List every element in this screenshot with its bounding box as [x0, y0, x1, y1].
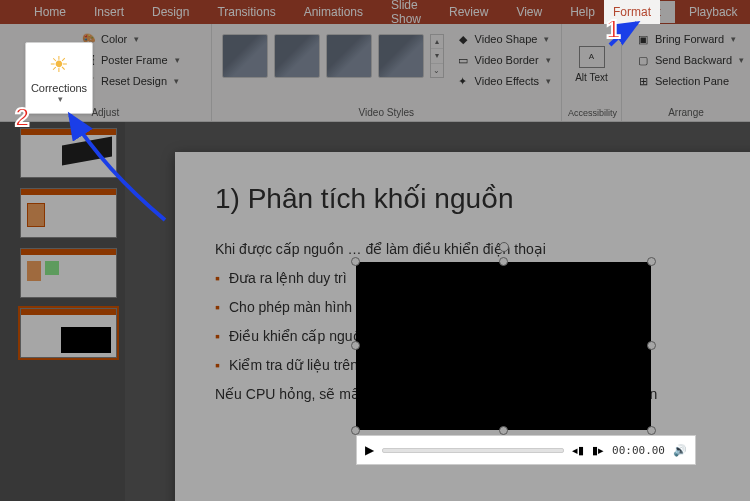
- style-thumb[interactable]: [222, 34, 268, 78]
- ribbon: 🎨Color▾ 🖼Poster Frame▾ ↺Reset Design▾ Ad…: [0, 24, 750, 122]
- chevron-down-icon: ▾: [544, 34, 549, 44]
- chevron-down-icon: ▾: [134, 34, 139, 44]
- tab-home[interactable]: Home: [20, 1, 80, 23]
- bring-forward-button[interactable]: ▣Bring Forward▾: [632, 30, 748, 48]
- group-label-arrange: Arrange: [628, 105, 744, 121]
- chevron-down-icon: ▾: [58, 94, 63, 104]
- tab-design[interactable]: Design: [138, 1, 203, 23]
- thumb[interactable]: [8, 188, 117, 238]
- reset-design-button[interactable]: ↺Reset Design▾: [78, 72, 184, 90]
- annotation-number-1: 1: [606, 14, 620, 45]
- border-icon: ▭: [456, 53, 470, 67]
- volume-button[interactable]: 🔊: [673, 444, 687, 457]
- gallery-more[interactable]: ▴▾⌄: [430, 34, 444, 78]
- chevron-down-icon: ▾: [174, 76, 179, 86]
- send-backward-button[interactable]: ▢Send Backward▾: [632, 51, 748, 69]
- seek-track[interactable]: [382, 448, 564, 453]
- chevron-down-icon: ▾: [739, 55, 744, 65]
- media-player-bar: ▶ ◂▮ ▮▸ 00:00.00 🔊: [356, 435, 696, 465]
- resize-handle[interactable]: [351, 426, 360, 435]
- video-border-button[interactable]: ▭Video Border▾: [452, 51, 555, 69]
- resize-handle[interactable]: [647, 341, 656, 350]
- brightness-icon: ☀: [49, 52, 69, 78]
- thumb[interactable]: [8, 308, 117, 358]
- resize-handle[interactable]: [647, 426, 656, 435]
- tab-transitions[interactable]: Transitions: [203, 1, 289, 23]
- step-back-button[interactable]: ◂▮: [572, 444, 584, 457]
- selection-pane-icon: ⊞: [636, 74, 650, 88]
- step-forward-button[interactable]: ▮▸: [592, 444, 604, 457]
- style-thumb[interactable]: [274, 34, 320, 78]
- alt-text-icon: A: [579, 46, 605, 68]
- resize-handle[interactable]: [499, 426, 508, 435]
- video-shape-button[interactable]: ◆Video Shape▾: [452, 30, 555, 48]
- group-video-styles: ▴▾⌄ ◆Video Shape▾ ▭Video Border▾ ✦Video …: [212, 24, 562, 121]
- poster-frame-button[interactable]: 🖼Poster Frame▾: [78, 51, 184, 69]
- group-arrange: ▣Bring Forward▾ ▢Send Backward▾ ⊞Selecti…: [622, 24, 750, 121]
- video-object-selected[interactable]: [356, 262, 651, 430]
- style-thumb[interactable]: [326, 34, 372, 78]
- color-button[interactable]: 🎨Color▾: [78, 30, 184, 48]
- tab-view[interactable]: View: [502, 1, 556, 23]
- selection-pane-button[interactable]: ⊞Selection Pane: [632, 72, 748, 90]
- group-label-video-styles: Video Styles: [218, 105, 555, 121]
- resize-handle[interactable]: [647, 257, 656, 266]
- chevron-down-icon: ▾: [546, 55, 551, 65]
- corrections-label: Corrections: [31, 82, 87, 94]
- thumb[interactable]: [8, 128, 117, 178]
- chevron-down-icon: ▾: [175, 55, 180, 65]
- tab-insert[interactable]: Insert: [80, 1, 138, 23]
- resize-handle[interactable]: [499, 257, 508, 266]
- tab-animations[interactable]: Animations: [290, 1, 377, 23]
- video-effects-button[interactable]: ✦Video Effects▾: [452, 72, 555, 90]
- annotation-number-2: 2: [15, 102, 29, 133]
- style-thumb[interactable]: [378, 34, 424, 78]
- slide-thumbnails: [0, 122, 125, 501]
- play-button[interactable]: ▶: [365, 443, 374, 457]
- thumb[interactable]: [8, 248, 117, 298]
- tab-review[interactable]: Review: [435, 1, 502, 23]
- rotate-handle[interactable]: [499, 242, 509, 252]
- video-style-gallery[interactable]: ▴▾⌄: [218, 28, 448, 84]
- effects-icon: ✦: [456, 74, 470, 88]
- bring-forward-icon: ▣: [636, 32, 650, 46]
- resize-handle[interactable]: [351, 341, 360, 350]
- chevron-down-icon: ▾: [546, 76, 551, 86]
- group-label-accessibility: Accessibility: [568, 106, 615, 121]
- tab-playback[interactable]: Playback: [675, 1, 750, 23]
- slide-text: Khi được cấp nguồn … để làm điều khiển đ…: [215, 239, 750, 260]
- shape-icon: ◆: [456, 32, 470, 46]
- slide-title: 1) Phân tích khối nguồn: [215, 182, 750, 215]
- corrections-button[interactable]: ☀ Corrections ▾: [25, 42, 93, 114]
- chevron-down-icon: ▾: [731, 34, 736, 44]
- resize-handle[interactable]: [351, 257, 360, 266]
- time-display: 00:00.00: [612, 444, 665, 457]
- tab-help[interactable]: Help: [556, 1, 609, 23]
- send-backward-icon: ▢: [636, 53, 650, 67]
